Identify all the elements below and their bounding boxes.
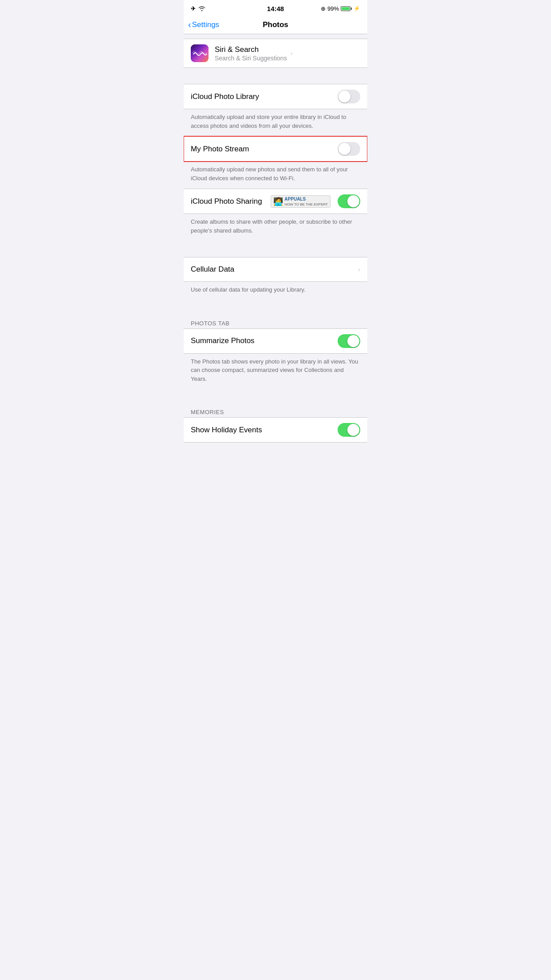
airplane-icon: ✈	[191, 5, 196, 12]
my-photo-stream-label: My Photo Stream	[191, 145, 338, 154]
my-photo-stream-row[interactable]: My Photo Stream	[184, 136, 367, 162]
siri-chevron-icon: ›	[291, 50, 293, 57]
icloud-photo-library-label: iCloud Photo Library	[191, 92, 338, 101]
summarize-photos-toggle[interactable]	[338, 334, 360, 348]
icloud-photo-library-toggle[interactable]	[338, 90, 360, 103]
status-time: 14:48	[267, 5, 284, 12]
gap-top	[184, 34, 367, 39]
icloud-photo-library-row[interactable]: iCloud Photo Library	[184, 84, 367, 109]
cellular-data-row[interactable]: Cellular Data ›	[184, 257, 367, 282]
gap-2	[184, 241, 367, 257]
appuals-figure-icon: 🧑‍💻	[273, 197, 283, 206]
show-holiday-events-row[interactable]: Show Holiday Events	[184, 417, 367, 443]
gap-4	[184, 389, 367, 405]
status-left-icons: ✈	[191, 5, 205, 12]
toggle-knob	[338, 91, 350, 103]
status-right-icons: ⊕ 99% ⚡	[321, 5, 360, 12]
siri-icon	[191, 44, 209, 62]
cellular-data-section: Cellular Data ›	[184, 257, 367, 282]
summarize-photos-row[interactable]: Summarize Photos	[184, 328, 367, 354]
toggle-knob-4	[347, 335, 359, 347]
summarize-photos-section: Summarize Photos	[184, 328, 367, 354]
show-holiday-events-toggle[interactable]	[338, 423, 360, 437]
toggle-knob-2	[338, 143, 350, 155]
siri-section: Siri & Search Search & Siri Suggestions …	[184, 39, 367, 68]
appuals-text: APPUALSHOW TO BE THE EXPERT	[284, 197, 328, 206]
icloud-photo-library-section: iCloud Photo Library	[184, 84, 367, 109]
cellular-data-description: Use of cellular data for updating your L…	[184, 282, 367, 300]
cellular-data-label: Cellular Data	[191, 265, 354, 274]
siri-subtitle: Search & Siri Suggestions	[215, 55, 287, 62]
battery-percent: 99%	[327, 5, 339, 12]
siri-text: Siri & Search Search & Siri Suggestions	[215, 45, 287, 62]
toggle-knob-5	[347, 424, 359, 436]
page-title: Photos	[263, 20, 288, 29]
photos-tab-header: PHOTOS TAB	[184, 316, 367, 328]
siri-row[interactable]: Siri & Search Search & Siri Suggestions …	[184, 39, 367, 68]
memories-header: MEMORIES	[184, 405, 367, 417]
show-holiday-events-section: Show Holiday Events	[184, 417, 367, 443]
siri-title: Siri & Search	[215, 45, 287, 54]
status-bar: ✈ 14:48 ⊕ 99% ⚡	[184, 0, 367, 16]
my-photo-stream-toggle[interactable]	[338, 142, 360, 156]
location-icon: ⊕	[321, 5, 326, 12]
icloud-photo-sharing-label: iCloud Photo Sharing	[191, 197, 267, 206]
gap-3	[184, 300, 367, 316]
back-button[interactable]: ‹ Settings	[188, 20, 219, 30]
show-holiday-events-label: Show Holiday Events	[191, 426, 338, 435]
back-chevron-icon: ‹	[188, 20, 191, 30]
wifi-icon	[198, 6, 205, 11]
icloud-photo-sharing-section: iCloud Photo Sharing 🧑‍💻 APPUALSHOW TO B…	[184, 189, 367, 214]
toggle-knob-3	[347, 195, 359, 207]
icloud-photo-sharing-toggle[interactable]	[338, 194, 360, 208]
back-label: Settings	[192, 20, 219, 29]
bolt-icon: ⚡	[354, 5, 360, 12]
cellular-data-chevron-icon: ›	[358, 266, 360, 273]
summarize-photos-description: The Photos tab shows every photo in your…	[184, 354, 367, 390]
gap-1	[184, 68, 367, 84]
icloud-photo-sharing-description: Create albums to share with other people…	[184, 214, 367, 241]
summarize-photos-label: Summarize Photos	[191, 336, 338, 345]
battery-icon	[341, 6, 352, 11]
icloud-photo-sharing-row[interactable]: iCloud Photo Sharing 🧑‍💻 APPUALSHOW TO B…	[184, 189, 367, 214]
my-photo-stream-description: Automatically upload new photos and send…	[184, 162, 367, 189]
nav-bar: ‹ Settings Photos	[184, 16, 367, 34]
icloud-photo-library-description: Automatically upload and store your enti…	[184, 109, 367, 136]
appuals-badge: 🧑‍💻 APPUALSHOW TO BE THE EXPERT	[271, 195, 331, 208]
